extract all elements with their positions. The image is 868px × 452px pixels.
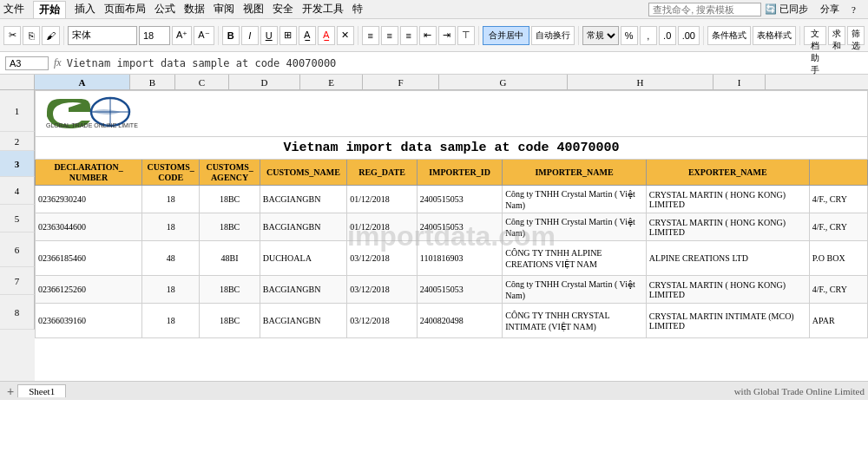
font-decrease-btn[interactable]: A⁻: [194, 26, 214, 45]
decimal-inc-btn[interactable]: .0: [659, 26, 676, 45]
font-increase-btn[interactable]: A⁺: [172, 26, 192, 45]
search-box: 🔄 已同步 分享 ?: [648, 3, 865, 16]
col-header-G[interactable]: G: [439, 75, 568, 89]
toolbar-bar: ✂ ⎘ 🖌 A⁺ A⁻ B I U ⊞ A̲ A̲ ✕ ≡ ≡ ≡ ⇤ ⇥ ⊤ …: [0, 19, 868, 52]
col-header-H[interactable]: H: [568, 75, 713, 89]
bold-btn[interactable]: B: [222, 26, 240, 45]
fill-color-btn[interactable]: A̲: [299, 26, 316, 45]
menu-layout[interactable]: 页面布局: [104, 2, 146, 16]
cell-reference[interactable]: [5, 56, 49, 70]
th-customs-name: CUSTOMS_NAME: [260, 160, 347, 186]
underline-btn[interactable]: U: [260, 26, 278, 45]
cell-rd-3: 03/12/2018: [347, 276, 418, 304]
percent-btn[interactable]: %: [621, 26, 638, 45]
cell-cc-4: 18: [142, 304, 200, 338]
cell-cn-1: BACGIANGBN: [260, 213, 347, 241]
number-format-select[interactable]: 常規: [582, 26, 619, 45]
menu-review[interactable]: 审阅: [214, 2, 234, 16]
sheet-tab-1[interactable]: Sheet1: [17, 384, 66, 397]
indent-increase-btn[interactable]: ⇥: [438, 26, 456, 45]
sum-btn[interactable]: 求和: [828, 26, 845, 45]
cell-cn-0: BACGIANGBN: [260, 186, 347, 213]
cell-ca-1: 18BC: [200, 213, 260, 241]
row-header-8[interactable]: 8: [0, 295, 35, 330]
align-left-btn[interactable]: ≡: [362, 26, 379, 45]
italic-btn[interactable]: I: [241, 26, 259, 45]
row-header-5[interactable]: 5: [0, 205, 35, 233]
row-header-6[interactable]: 6: [0, 233, 35, 267]
sync-label: 🔄 已同步: [765, 3, 808, 16]
menu-special[interactable]: 特: [352, 2, 363, 16]
spreadsheet-area: A B C D E F G H I 1 2 3 4 5 6 7 8 import…: [0, 75, 868, 381]
indent-decrease-btn[interactable]: ⇤: [419, 26, 437, 45]
th-importer-name: IMPORTER_NAME: [503, 160, 647, 186]
row-header-7[interactable]: 7: [0, 267, 35, 295]
column-headers: A B C D E F G H I: [0, 75, 868, 90]
menu-formula[interactable]: 公式: [155, 2, 175, 16]
row-header-3[interactable]: 3: [0, 151, 35, 177]
col-header-I[interactable]: I: [713, 75, 766, 89]
th-importer-id: IMPORTER_ID: [417, 160, 502, 186]
condition-group: 条件格式 表格样式: [707, 26, 800, 45]
cell-rd-2: 03/12/2018: [347, 241, 418, 276]
doc-help-btn[interactable]: 文档助手: [804, 26, 826, 45]
search-input[interactable]: [648, 3, 761, 16]
col-header-A[interactable]: A: [35, 75, 130, 89]
cell-en-2: ALPINE CREATIONS LTD: [646, 241, 809, 276]
decimal-dec-btn[interactable]: .00: [678, 26, 700, 45]
share-label[interactable]: 分享: [820, 3, 839, 16]
filter-btn[interactable]: 筛选: [847, 26, 865, 45]
copy-btn[interactable]: ⎘: [23, 26, 40, 45]
cell-declaration-1: 02363044600: [36, 213, 142, 241]
th-customs-code: CUSTOMS_CODE: [142, 160, 200, 186]
th-extra: [809, 160, 867, 186]
menu-start[interactable]: 开始: [33, 1, 66, 18]
table-row: 02363044600 18 18BC BACGIANGBN 01/12/201…: [36, 213, 868, 241]
cell-iid-3: 2400515053: [417, 276, 502, 304]
vertical-align-btn[interactable]: ⊤: [457, 26, 475, 45]
col-header-D[interactable]: D: [229, 75, 300, 89]
row-header-1[interactable]: 1: [0, 90, 35, 132]
col-header-F[interactable]: F: [363, 75, 439, 89]
font-group: A⁺ A⁻: [68, 26, 219, 45]
format-copy-btn[interactable]: 🖌: [42, 26, 60, 45]
cut-btn[interactable]: ✂: [3, 26, 21, 45]
menu-insert[interactable]: 插入: [75, 2, 95, 16]
col-header-E[interactable]: E: [300, 75, 363, 89]
menu-file[interactable]: 文件: [3, 2, 24, 16]
table-row: 02366185460 48 48BI DUCHOALA 03/12/2018 …: [36, 241, 868, 276]
menu-security[interactable]: 安全: [273, 2, 293, 16]
wrap-text-btn[interactable]: 自动换行: [531, 26, 575, 45]
align-group: ≡ ≡ ≡ ⇤ ⇥ ⊤: [362, 26, 479, 45]
row-header-4[interactable]: 4: [0, 177, 35, 205]
cell-iid-2: 1101816903: [417, 241, 502, 276]
cell-iid-1: 2400515053: [417, 213, 502, 241]
menu-view[interactable]: 视图: [243, 2, 264, 16]
clear-btn[interactable]: ✕: [337, 26, 354, 45]
col-header-B[interactable]: B: [130, 75, 175, 89]
comma-btn[interactable]: ,: [640, 26, 657, 45]
menu-dev[interactable]: 开发工具: [302, 2, 344, 16]
conditional-format-btn[interactable]: 条件格式: [707, 26, 751, 45]
cell-in-1: Công ty TNHH Crystal Martin ( Việt Nam): [503, 213, 647, 241]
border-btn[interactable]: ⊞: [279, 26, 297, 45]
cell-iid-0: 2400515053: [417, 186, 502, 213]
formula-bar: fx Vietnam import data sample at code 40…: [0, 52, 868, 75]
cell-cn-2: DUCHOALA: [260, 241, 347, 276]
title-row: Vietnam import data sample at code 40070…: [36, 137, 868, 160]
add-sheet-btn[interactable]: +: [3, 384, 17, 398]
align-center-btn[interactable]: ≡: [381, 26, 398, 45]
cell-rd-4: 03/12/2018: [347, 304, 418, 338]
font-color-btn[interactable]: A̲: [318, 26, 335, 45]
font-size-input[interactable]: [139, 26, 170, 45]
align-right-btn[interactable]: ≡: [400, 26, 418, 45]
row-header-2[interactable]: 2: [0, 132, 35, 151]
menu-data[interactable]: 数据: [184, 2, 205, 16]
font-name-input[interactable]: [68, 26, 137, 45]
table-format-btn[interactable]: 表格样式: [753, 26, 796, 45]
col-header-C[interactable]: C: [175, 75, 229, 89]
merge-group: 合并居中 自动换行: [483, 26, 579, 45]
cell-iid-4: 2400820498: [417, 304, 502, 338]
help-btn[interactable]: ?: [852, 4, 856, 15]
merge-center-btn[interactable]: 合并居中: [483, 26, 529, 45]
